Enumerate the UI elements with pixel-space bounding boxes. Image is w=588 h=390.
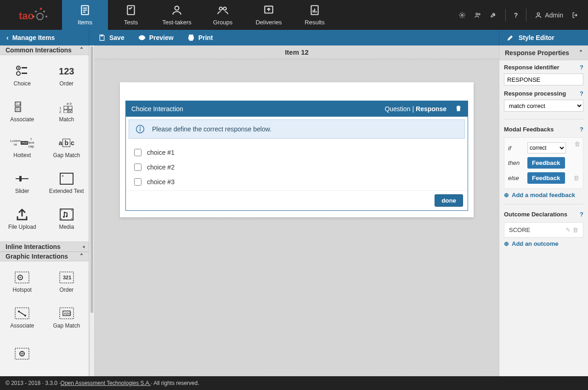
scrollbar-thumb[interactable] <box>90 46 93 313</box>
chevron-down-icon: ˅ <box>78 245 85 248</box>
svg-text:ABC: ABC <box>64 311 72 316</box>
delete-else-icon[interactable]: 🗑 <box>573 175 579 181</box>
left-scrollbar[interactable] <box>89 45 95 376</box>
user-label: Admin <box>545 11 563 19</box>
tool-g-extra[interactable] <box>0 336 45 372</box>
choice-row[interactable]: choice #2 <box>129 160 465 175</box>
modal-feedbacks-label: Modal Feedbacks <box>504 126 583 133</box>
tool-hottext[interactable]: Loremre Hot ttext capHottext <box>0 130 45 165</box>
then-feedback-button[interactable]: Feedback <box>527 157 565 169</box>
users-icon[interactable] <box>474 11 481 19</box>
then-label: then <box>508 159 524 166</box>
tool-media[interactable]: Media <box>45 201 89 237</box>
resp-proc-label: Response processing <box>504 90 583 97</box>
delete-feedback-icon[interactable]: 🗑 <box>574 141 580 147</box>
help-icon[interactable]: ? <box>580 90 583 97</box>
choice-checkbox[interactable] <box>134 164 141 171</box>
delete-outcome-icon[interactable]: 🗑 <box>572 226 578 233</box>
tools-icon[interactable] <box>490 11 497 19</box>
help-icon[interactable]: ? <box>580 64 583 71</box>
choice-row[interactable]: choice #1 <box>129 145 465 160</box>
tool-associate[interactable]: 1-a2-bAssociate <box>0 94 45 130</box>
response-properties-header[interactable]: Response Properties ˄ <box>499 45 588 60</box>
help-icon[interactable]: ? <box>514 11 518 19</box>
print-button[interactable]: Print <box>187 34 213 41</box>
tool-match[interactable]: a b12Match <box>45 94 89 130</box>
section-graphic[interactable]: Graphic Interactions ˄ <box>0 252 89 261</box>
svg-point-54 <box>63 216 65 218</box>
tool-file-upload[interactable]: File Upload <box>0 201 45 237</box>
svg-point-13 <box>219 7 222 11</box>
chevron-up-icon: ˄ <box>80 46 83 54</box>
add-modal-feedback-link[interactable]: ⊕ Add a modal feedback <box>504 189 583 201</box>
tab-response[interactable]: Response <box>416 105 447 113</box>
tool-g-hotspot[interactable]: Hotspot <box>0 264 45 300</box>
choice-checkbox[interactable] <box>134 149 141 156</box>
svg-point-52 <box>61 218 62 219</box>
tool-g-gap-match[interactable]: ABCGap Match <box>45 300 89 336</box>
nav-results[interactable]: Results <box>292 0 338 30</box>
tool-choice[interactable]: Choice <box>0 58 45 94</box>
delete-interaction-icon[interactable] <box>455 105 462 113</box>
svg-line-64 <box>19 311 25 316</box>
help-icon[interactable]: ? <box>580 126 583 133</box>
chevron-up-icon: ˄ <box>579 49 582 57</box>
nav-groups[interactable]: Groups <box>200 0 246 30</box>
done-button[interactable]: done <box>435 194 463 207</box>
tool-extended-text[interactable]: Extended Text <box>45 165 89 201</box>
svg-rect-18 <box>314 9 315 13</box>
manage-items-link[interactable]: ‹ Manage Items <box>0 30 89 45</box>
user-menu[interactable]: Admin <box>535 11 563 19</box>
tool-order[interactable]: 123Order <box>45 58 89 94</box>
footer-org-link[interactable]: Open Assessment Technologies S.A. <box>61 380 151 386</box>
choice-row[interactable]: choice #3 <box>129 175 465 189</box>
tool-gap-match[interactable]: abcGap Match <box>45 130 89 165</box>
nav-test-takers[interactable]: Test-takers <box>154 0 200 30</box>
tool-g-associate[interactable]: Associate <box>0 300 45 336</box>
outcome-decl-label: Outcome Declarations <box>504 211 583 218</box>
svg-rect-19 <box>316 11 317 12</box>
nav-tabs: Items Tests Test-takers Groups Deliverie… <box>62 0 338 30</box>
tab-question[interactable]: Question <box>384 105 410 113</box>
choices-list: choice #1 choice #2 choice #3 <box>126 141 468 190</box>
section-inline[interactable]: Inline Interactions ˅ <box>0 242 89 251</box>
help-icon[interactable]: ? <box>580 211 583 218</box>
svg-point-50 <box>61 210 62 211</box>
choice-label: choice #2 <box>147 164 175 171</box>
tool-label: Gap Match <box>53 322 80 329</box>
chevron-up-icon: ˄ <box>80 253 83 260</box>
svg-point-4 <box>45 16 47 17</box>
tool-label: File Upload <box>8 224 36 230</box>
if-condition-select[interactable]: correct <box>527 142 566 153</box>
info-bar: Please define the correct response below… <box>129 119 465 139</box>
else-feedback-button[interactable]: Feedback <box>527 172 565 184</box>
svg-rect-47 <box>60 173 73 184</box>
svg-point-73 <box>140 127 141 128</box>
nav-deliveries[interactable]: Deliveries <box>246 0 292 30</box>
tool-label: Hottext <box>13 152 31 158</box>
settings-icon[interactable] <box>458 11 466 19</box>
add-outcome-link[interactable]: ⊕ Add an outcome <box>504 237 583 250</box>
nav-label: Items <box>78 19 92 26</box>
section-common[interactable]: Common Interactions ˄ <box>0 45 89 55</box>
nav-label: Test-takers <box>162 19 192 26</box>
choice-checkbox[interactable] <box>134 178 141 186</box>
interaction-title: Choice Interaction <box>131 105 183 113</box>
tool-slider[interactable]: Slider <box>0 165 45 201</box>
section-label: Inline Interactions <box>6 243 61 250</box>
logout-icon[interactable] <box>571 11 579 19</box>
resp-proc-select[interactable]: match correct <box>504 100 583 112</box>
tool-g-order[interactable]: 321Order <box>45 264 89 300</box>
info-icon <box>136 124 145 134</box>
edit-outcome-icon[interactable]: ✎ <box>565 226 571 233</box>
nav-tests[interactable]: Tests <box>108 0 154 30</box>
plus-icon: ⊕ <box>504 192 509 198</box>
style-editor-button[interactable]: Style Editor <box>499 30 588 45</box>
save-button[interactable]: Save <box>98 34 124 41</box>
svg-point-6 <box>40 7 42 10</box>
preview-button[interactable]: Preview <box>138 34 174 41</box>
right-panel: Response Properties ˄ Response identifie… <box>499 45 588 376</box>
nav-items[interactable]: Items <box>62 0 108 30</box>
resp-id-input[interactable] <box>504 73 583 85</box>
canvas: Item 12 Choice Interaction Question | Re… <box>95 45 499 376</box>
